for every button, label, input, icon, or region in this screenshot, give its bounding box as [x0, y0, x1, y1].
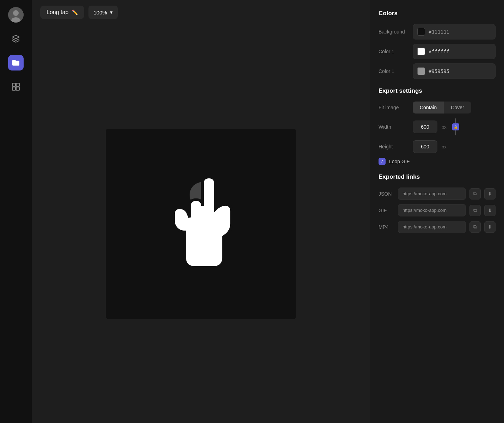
width-label: Width	[379, 124, 408, 130]
color1-gray-label: Color 1	[379, 68, 408, 74]
height-px-label: px	[442, 144, 447, 149]
dimension-lock[interactable]: 🔒	[452, 118, 459, 135]
color1-white-swatch	[417, 48, 425, 55]
svg-rect-3	[12, 83, 16, 86]
canvas-area	[32, 25, 370, 423]
loop-gif-row: ✓ Loop GIF	[379, 158, 496, 165]
mp4-copy-button[interactable]: ⧉	[469, 221, 481, 233]
gif-link-row: GIF https://moko-app.com ⧉ ⬇	[379, 204, 496, 216]
color1-white-input[interactable]: #ffffff	[413, 44, 496, 59]
json-link-row: JSON https://moko-app.com ⧉ ⬇	[379, 188, 496, 200]
topbar: Long tap ✏️ 100% ▾	[32, 0, 370, 25]
color1-gray-hex: #959595	[429, 68, 449, 74]
svg-rect-5	[12, 87, 16, 90]
mp4-url: https://moko-app.com	[398, 221, 466, 233]
title-area: Long tap ✏️	[40, 6, 84, 19]
lock-icon[interactable]: 🔒	[452, 123, 459, 130]
animation-title: Long tap	[47, 9, 68, 16]
height-row: Height px	[379, 140, 496, 153]
mp4-link-row: MP4 https://moko-app.com ⧉ ⬇	[379, 221, 496, 233]
height-input[interactable]	[413, 140, 437, 153]
svg-rect-4	[16, 83, 19, 86]
fit-cover-button[interactable]: Cover	[444, 102, 471, 114]
background-hex: #111111	[429, 29, 449, 35]
json-copy-button[interactable]: ⧉	[469, 188, 481, 200]
fit-image-row: Fit image Contain Cover	[379, 102, 496, 114]
mp4-download-button[interactable]: ⬇	[484, 221, 496, 233]
background-color-row: Background #111111	[379, 24, 496, 39]
gif-copy-button[interactable]: ⧉	[469, 205, 481, 216]
sidebar	[0, 0, 32, 423]
canvas-frame	[106, 129, 296, 319]
gif-download-button[interactable]: ⬇	[484, 205, 496, 216]
json-format-label: JSON	[379, 191, 394, 197]
width-px-label: px	[442, 124, 447, 130]
fit-buttons-group: Contain Cover	[413, 102, 471, 114]
background-swatch	[417, 28, 425, 36]
exported-links-title: Exported links	[379, 173, 496, 180]
folder-icon[interactable]	[8, 55, 24, 70]
layers-icon[interactable]	[8, 31, 24, 47]
zoom-chevron-icon: ▾	[110, 9, 113, 16]
width-row: Width px 🔒	[379, 118, 496, 135]
loop-gif-label: Loop GIF	[389, 159, 410, 164]
color1-white-row: Color 1 #ffffff	[379, 44, 496, 59]
color1-gray-swatch	[417, 67, 425, 75]
right-panel: Colors Background #111111 Color 1 #fffff…	[370, 0, 504, 423]
background-color-input[interactable]: #111111	[413, 24, 496, 39]
colors-section-title: Colors	[379, 10, 496, 17]
svg-rect-6	[16, 87, 19, 90]
gif-format-label: GIF	[379, 208, 394, 213]
gesture-animation	[145, 167, 257, 280]
color1-gray-input[interactable]: #959595	[413, 63, 496, 79]
svg-point-1	[13, 10, 19, 16]
loop-gif-checkbox[interactable]: ✓	[379, 158, 386, 165]
json-download-button[interactable]: ⬇	[484, 188, 496, 200]
edit-icon[interactable]: ✏️	[72, 10, 78, 15]
background-label: Background	[379, 29, 408, 35]
zoom-selector[interactable]: 100% ▾	[88, 6, 117, 19]
avatar[interactable]	[8, 7, 24, 23]
color1-white-label: Color 1	[379, 49, 408, 54]
gif-url: https://moko-app.com	[398, 204, 466, 216]
zoom-value: 100%	[93, 10, 107, 16]
lock-line-top	[455, 118, 456, 123]
components-icon[interactable]	[8, 79, 24, 94]
color1-white-hex: #ffffff	[429, 49, 449, 54]
color1-gray-row: Color 1 #959595	[379, 63, 496, 79]
lock-line-bottom	[455, 130, 456, 135]
height-label: Height	[379, 144, 408, 149]
main-area: Long tap ✏️ 100% ▾	[32, 0, 370, 423]
width-input[interactable]	[413, 121, 437, 133]
export-settings-title: Export settings	[379, 87, 496, 94]
json-url: https://moko-app.com	[398, 188, 466, 200]
mp4-format-label: MP4	[379, 224, 394, 230]
fit-image-label: Fit image	[379, 105, 408, 110]
fit-contain-button[interactable]: Contain	[413, 102, 444, 114]
